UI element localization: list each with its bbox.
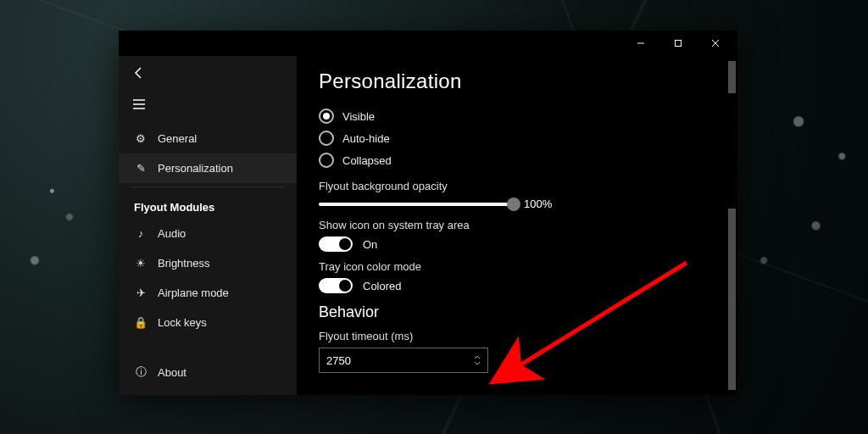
back-button[interactable] xyxy=(132,66,283,83)
sidebar-item-label: General xyxy=(158,132,197,145)
sidebar-item-lockkeys[interactable]: 🔒 Lock keys xyxy=(119,308,297,337)
info-icon: ⓘ xyxy=(134,364,147,380)
window-titlebar xyxy=(119,31,737,56)
timeout-label: Flyout timeout (ms) xyxy=(319,330,709,342)
sidebar-item-personalization[interactable]: ✎ Personalization xyxy=(119,153,297,183)
brightness-icon: ☀ xyxy=(134,257,147,270)
minimize-button[interactable] xyxy=(622,31,659,56)
number-spinner[interactable] xyxy=(474,354,481,366)
opacity-value: 100% xyxy=(524,198,552,210)
airplane-icon: ✈ xyxy=(134,287,147,299)
sidebar-item-brightness[interactable]: ☀ Brightness xyxy=(119,248,297,278)
hamburger-button[interactable] xyxy=(132,98,283,114)
sidebar-section-header: Flyout Modules xyxy=(119,191,297,219)
maximize-button[interactable] xyxy=(659,31,697,56)
sidebar-item-label: Airplane mode xyxy=(158,287,229,299)
pencil-icon: ✎ xyxy=(134,162,147,175)
sidebar-item-audio[interactable]: ♪ Audio xyxy=(119,219,297,248)
radio-autohide[interactable]: Auto-hide xyxy=(319,127,709,149)
sidebar: ⚙ General ✎ Personalization Flyout Modul… xyxy=(119,56,297,395)
radio-label: Collapsed xyxy=(342,154,392,167)
traycolor-state: Colored xyxy=(363,280,402,292)
traycolor-label: Tray icon color mode xyxy=(319,260,709,273)
opacity-label: Flyout background opacity xyxy=(319,180,709,192)
sidebar-separator xyxy=(131,186,285,187)
radio-label: Auto-hide xyxy=(342,132,390,145)
sidebar-item-label: About xyxy=(158,366,186,379)
main-panel: Personalization Visible Auto-hide Collap… xyxy=(297,56,737,395)
sidebar-item-label: Audio xyxy=(158,227,186,240)
trayicon-state: On xyxy=(363,238,377,251)
close-button[interactable] xyxy=(697,31,734,56)
traycolor-toggle[interactable] xyxy=(319,278,353,293)
opacity-slider[interactable] xyxy=(319,203,514,206)
radio-icon xyxy=(319,153,334,168)
sidebar-item-about[interactable]: ⓘ About xyxy=(119,356,297,388)
app-window: ⚙ General ✎ Personalization Flyout Modul… xyxy=(119,31,737,395)
svg-rect-0 xyxy=(676,41,682,47)
behavior-header: Behavior xyxy=(319,303,709,321)
radio-collapsed[interactable]: Collapsed xyxy=(319,149,709,171)
radio-icon xyxy=(319,131,334,146)
slider-thumb[interactable] xyxy=(507,198,520,211)
sidebar-item-airplane[interactable]: ✈ Airplane mode xyxy=(119,278,297,308)
scrollbar[interactable] xyxy=(726,56,737,395)
lock-icon: 🔒 xyxy=(134,316,147,329)
audio-icon: ♪ xyxy=(134,227,147,240)
trayicon-label: Show icon on system tray area xyxy=(319,219,709,231)
sidebar-item-label: Lock keys xyxy=(158,316,207,329)
trayicon-toggle[interactable] xyxy=(319,236,353,252)
radio-icon xyxy=(319,108,334,124)
page-title: Personalization xyxy=(319,70,709,93)
gear-icon: ⚙ xyxy=(134,132,147,145)
window-content: ⚙ General ✎ Personalization Flyout Modul… xyxy=(119,56,737,395)
timeout-input[interactable]: 2750 xyxy=(319,348,488,373)
sidebar-item-label: Personalization xyxy=(158,162,233,175)
sidebar-item-label: Brightness xyxy=(158,257,209,270)
radio-label: Visible xyxy=(342,110,375,123)
scrollbar-thumb-top[interactable] xyxy=(728,61,736,93)
radio-visible[interactable]: Visible xyxy=(319,105,709,127)
sidebar-item-general[interactable]: ⚙ General xyxy=(119,124,297,153)
scrollbar-thumb[interactable] xyxy=(728,209,736,390)
timeout-value: 2750 xyxy=(326,354,351,367)
